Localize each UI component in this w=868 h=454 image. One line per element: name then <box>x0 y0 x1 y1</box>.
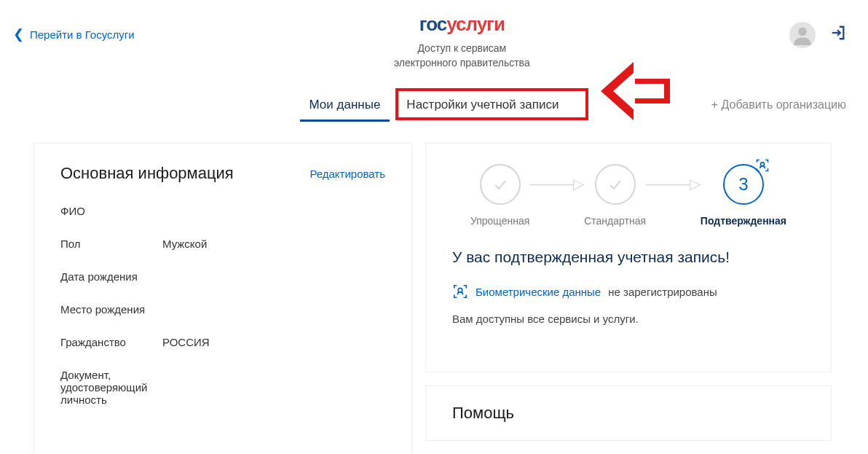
basic-info-title: Основная информация <box>60 164 234 183</box>
user-avatar[interactable] <box>789 22 816 48</box>
arrow-right-icon: ———▷ <box>529 175 584 192</box>
annotation-highlight-box <box>395 88 588 120</box>
header-subtitle: Доступ к сервисам электронного правитель… <box>135 42 789 70</box>
account-status-card: Упрощенная ———▷ Стандартная ———▷ 3 <box>425 143 832 372</box>
step-standard: Стандартная <box>584 164 646 227</box>
svg-point-0 <box>798 28 807 36</box>
check-icon <box>492 176 509 193</box>
back-to-gosuslugi-link[interactable]: ❮ Перейти в Госуслуги <box>13 26 135 42</box>
svg-point-2 <box>458 289 462 293</box>
user-icon <box>792 25 813 45</box>
info-row-citizenship: Гражданство РОССИЯ <box>60 336 385 348</box>
info-row-document: Документ, удостоверяющий личность <box>60 369 385 406</box>
chevron-left-icon: ❮ <box>13 26 24 42</box>
step-simplified: Упрощенная <box>470 164 529 227</box>
edit-link[interactable]: Редактировать <box>309 168 385 180</box>
gosuslugi-logo: госуслуги <box>135 13 789 36</box>
basic-info-card: Основная информация Редактировать ФИО По… <box>33 143 412 454</box>
tab-my-data[interactable]: Мои данные <box>296 90 394 120</box>
info-row-birthdate: Дата рождения <box>60 270 385 283</box>
check-icon <box>607 176 624 193</box>
help-card: Помощь <box>425 385 832 441</box>
back-link-text: Перейти в Госуслуги <box>30 28 135 41</box>
step-confirmed: 3 Подтвержденная <box>701 164 786 227</box>
confirmed-account-title: У вас подтвержденная учетная запись! <box>452 248 805 266</box>
biometric-badge-icon <box>755 158 770 173</box>
arrow-right-icon: ———▷ <box>646 175 701 192</box>
info-row-birthplace: Место рождения <box>60 303 385 316</box>
login-icon[interactable] <box>830 25 846 45</box>
biometric-data-link[interactable]: Биометрические данные <box>476 286 601 298</box>
info-row-gender: Пол Мужской <box>60 238 385 250</box>
info-row-fio: ФИО <box>60 205 385 217</box>
biometric-icon <box>452 283 468 300</box>
help-title: Помощь <box>452 404 805 423</box>
biometric-status-row: Биометрические данные не зарегистрирован… <box>452 283 805 300</box>
add-organization-link[interactable]: + Добавить организацию <box>711 98 846 111</box>
services-available-text: Вам доступны все сервисы и услуги. <box>452 313 805 325</box>
